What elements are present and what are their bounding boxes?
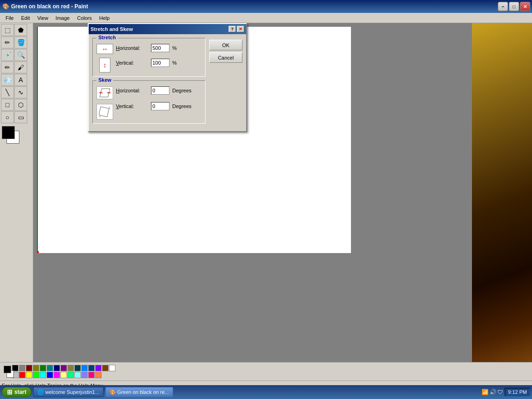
dialog-help-button[interactable]: ? (229, 26, 236, 32)
color-palette-bar (0, 362, 532, 381)
skew-row-pair: ← → ↑ ↓ (97, 86, 201, 120)
stretch-label: Stretch (97, 35, 118, 40)
stretch-h-row: Horizontal: % (116, 44, 201, 52)
stretch-h-unit: % (172, 45, 177, 51)
tool-select-rect[interactable]: ⬚ (1, 24, 14, 36)
menu-help[interactable]: Help (96, 14, 114, 22)
stretch-fields: Horizontal: % Vertical: (116, 44, 201, 73)
menu-colors[interactable]: Colors (73, 14, 96, 22)
foreground-color-box[interactable] (2, 126, 15, 139)
ok-button[interactable]: OK (209, 40, 242, 50)
tool-eraser[interactable]: ✏ (1, 36, 14, 48)
skew-h-label: Horizontal: (116, 88, 148, 93)
palette-color-25[interactable] (81, 372, 88, 378)
skew-v-row: Vertical: Degrees (116, 102, 201, 110)
palette-color-23[interactable] (67, 372, 74, 378)
skew-v-unit: Degrees (172, 103, 192, 109)
palette-color-5[interactable] (47, 365, 53, 371)
palette-color-16[interactable] (19, 372, 25, 378)
skew-h-unit: Degrees (172, 88, 192, 93)
stretch-vertical-input[interactable] (151, 59, 169, 67)
palette-color-21[interactable] (54, 372, 60, 378)
tool-rounded-rect[interactable]: ▭ (14, 111, 27, 123)
palette-color-13[interactable] (102, 365, 109, 371)
skew-v-arrow-up: ↑ (109, 105, 111, 110)
menu-edit[interactable]: Edit (18, 14, 34, 22)
skew-v-label: Vertical: (116, 103, 148, 109)
menu-file[interactable]: File (2, 14, 18, 22)
windows-logo: ⊞ (7, 388, 12, 396)
palette-color-8[interactable] (67, 365, 74, 371)
tool-airbrush[interactable]: 💨 (1, 74, 14, 86)
dialog-title-text: Stretch and Skew (91, 26, 229, 32)
start-label: start (14, 389, 26, 395)
cancel-button[interactable]: Cancel (209, 52, 242, 63)
foreground-swatch[interactable] (4, 366, 11, 373)
maximize-button[interactable]: □ (509, 2, 519, 11)
dialog-title-bar: Stretch and Skew ? ✕ (89, 24, 246, 34)
palette-color-2[interactable] (26, 365, 32, 371)
skew-v-text: ertical: (119, 103, 134, 109)
clock: 9:12 PM (505, 388, 530, 396)
palette-color-10[interactable] (81, 365, 88, 371)
palette-color-11[interactable] (88, 365, 95, 371)
green-line (37, 27, 38, 253)
taskbar-right: 📶 🔊 🛡 9:12 PM (482, 388, 530, 396)
tool-polygon[interactable]: ⬡ (14, 99, 27, 111)
menu-view[interactable]: View (34, 14, 52, 22)
skew-v-underline2: V (116, 103, 119, 109)
tool-fill[interactable]: 🪣 (14, 36, 27, 48)
palette-color-3[interactable] (33, 365, 39, 371)
stretch-h-icon: ↔ (97, 44, 113, 54)
tool-line[interactable]: ╲ (1, 86, 14, 98)
tool-brush[interactable]: 🖌 (14, 61, 27, 73)
palette-color-4[interactable] (40, 365, 46, 371)
tool-pencil[interactable]: ✏ (1, 61, 14, 73)
tool-text[interactable]: A (14, 74, 27, 86)
stretch-h-arrow: ↔ (102, 45, 108, 53)
tool-select-free[interactable]: ⬟ (14, 24, 27, 36)
skew-h-underline2: H (116, 88, 120, 93)
taskbar-item-paint[interactable]: 🎨 Green on black on re... (105, 387, 173, 397)
dialog-controls: ? ✕ (229, 26, 244, 32)
palette-color-14[interactable] (109, 365, 115, 371)
skew-h-arrow-right: → (107, 90, 112, 95)
menu-image[interactable]: Image (52, 14, 73, 22)
toolbar: ⬚ ⬟ ✏ 🪣 💉 🔍 ✏ 🖌 💨 A ╲ ∿ □ ⬡ ○ ▭ (0, 23, 33, 381)
minimize-button[interactable]: – (498, 2, 508, 11)
sys-tray: 📶 🔊 🛡 (482, 389, 503, 395)
tool-pick-color[interactable]: 💉 (1, 49, 14, 61)
taskbar-item-browser[interactable]: 🌐 welcome Superjustin1... (33, 387, 103, 397)
tool-curve[interactable]: ∿ (14, 86, 27, 98)
stretch-inner: ↔ ↕ Horizontal: (97, 42, 201, 73)
palette-color-12[interactable] (95, 365, 102, 371)
stretch-horizontal-input[interactable] (151, 44, 169, 52)
skew-vertical-input[interactable] (151, 102, 169, 110)
palette-color-6[interactable] (54, 365, 60, 371)
skew-label: Skew (97, 77, 113, 83)
palette-color-17[interactable] (26, 372, 32, 378)
stretch-h-underline: H (116, 45, 120, 51)
start-button[interactable]: ⊞ start (2, 387, 31, 397)
palette-color-1[interactable] (19, 365, 25, 371)
tool-magnify[interactable]: 🔍 (14, 49, 27, 61)
tool-ellipse[interactable]: ○ (1, 111, 14, 123)
tool-rect[interactable]: □ (1, 99, 14, 111)
palette-color-27[interactable] (95, 372, 102, 378)
palette-color-26[interactable] (88, 372, 95, 378)
palette-color-22[interactable] (60, 372, 67, 378)
palette-color-18[interactable] (33, 372, 39, 378)
palette-color-7[interactable] (60, 365, 67, 371)
palette-color-19[interactable] (40, 372, 46, 378)
paint-label: Green on black on re... (117, 389, 169, 395)
window-title: Green on black on red - Paint (11, 3, 88, 10)
palette-color-20[interactable] (47, 372, 53, 378)
menu-bar: File Edit View Image Colors Help (0, 13, 532, 23)
palette-color-9[interactable] (74, 365, 81, 371)
close-button[interactable]: ✕ (520, 2, 530, 11)
palette-color-24[interactable] (74, 372, 81, 378)
skew-horizontal-input[interactable] (151, 86, 169, 95)
dialog-close-button[interactable]: ✕ (237, 26, 244, 32)
dialog-body: Stretch ↔ ↕ (89, 34, 246, 131)
stretch-skew-dialog[interactable]: Stretch and Skew ? ✕ Stretch ↔ (88, 23, 247, 132)
